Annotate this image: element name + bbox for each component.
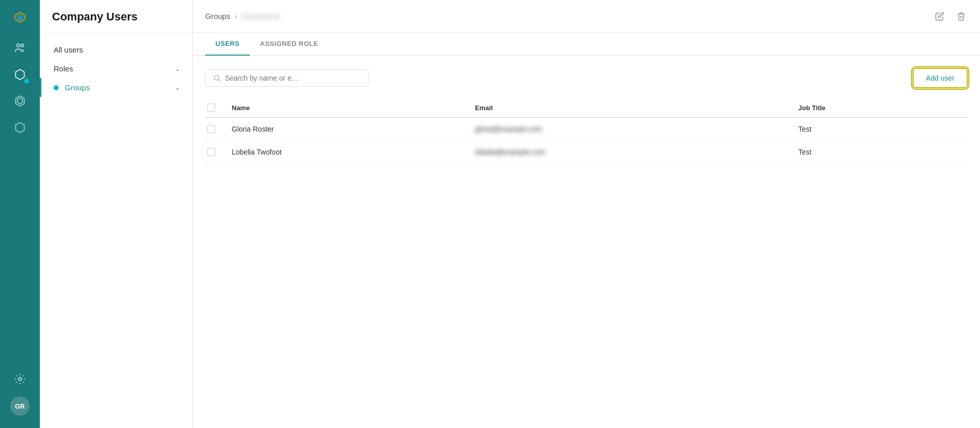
table-row: Gloria Roster gloria@example.com Test xyxy=(205,117,968,141)
sidebar-item-roles[interactable]: Roles ⌄ xyxy=(40,59,192,78)
email-column-header[interactable]: Email xyxy=(469,98,793,117)
name-column-header[interactable]: Name xyxy=(226,98,469,117)
user-email-cell: gloria@example.com xyxy=(469,117,793,141)
users-table: Name Email Job Title · Gloria Roster glo… xyxy=(205,98,968,164)
user-job-title-cell: Test xyxy=(792,117,968,141)
chevron-down-icon: ⌄ xyxy=(175,65,180,72)
svg-marker-8 xyxy=(16,122,24,133)
svg-point-4 xyxy=(21,44,24,47)
user-job-title-cell: Test xyxy=(792,141,968,164)
search-actions-row: Add user xyxy=(205,68,968,88)
user-avatar[interactable]: GR xyxy=(10,396,30,416)
svg-point-9 xyxy=(18,377,21,381)
icon-rail: GR xyxy=(0,0,40,428)
breadcrumb-separator: › xyxy=(234,12,237,21)
tab-users[interactable]: USERS xyxy=(205,33,250,56)
sort-icon: · xyxy=(829,105,831,111)
add-user-button[interactable]: Add user xyxy=(913,68,968,88)
search-icon xyxy=(213,74,221,82)
user-email-cell: lobelia@example.com xyxy=(469,141,793,164)
sidebar-item-label: Groups xyxy=(65,83,90,92)
content-body: Add user Name Email Job Title · xyxy=(193,56,980,428)
svg-point-10 xyxy=(214,75,219,80)
row-checkbox[interactable] xyxy=(207,148,215,156)
row-checkbox-cell[interactable] xyxy=(205,141,226,164)
svg-marker-7 xyxy=(17,98,22,104)
search-box[interactable] xyxy=(205,69,369,87)
sidebar-nav: All users Roles ⌄ Groups ⌄ xyxy=(40,34,192,103)
sidebar-item-all-users[interactable]: All users xyxy=(40,40,192,59)
groups-label-wrapper: Groups xyxy=(54,83,90,92)
select-all-header[interactable] xyxy=(205,98,226,117)
job-title-column-header[interactable]: Job Title · xyxy=(792,98,968,117)
user-name-cell: Gloria Roster xyxy=(226,117,469,141)
breadcrumb-parent[interactable]: Groups xyxy=(205,12,230,20)
active-indicator xyxy=(54,85,59,90)
row-checkbox[interactable] xyxy=(207,125,215,133)
sidebar: Company Users All users Roles ⌄ Groups ⌄ xyxy=(40,0,193,428)
user-name-cell: Lobelia Twofoot xyxy=(226,141,469,164)
header-actions xyxy=(933,10,968,23)
search-input[interactable] xyxy=(225,74,361,82)
edit-button[interactable] xyxy=(933,10,946,23)
table-header-row: Name Email Job Title · xyxy=(205,98,968,117)
delete-button[interactable] xyxy=(954,10,968,23)
tab-assigned-role[interactable]: ASSIGNED ROLE xyxy=(250,33,328,56)
main-content: Groups › GroupName USERS xyxy=(193,0,980,428)
sidebar-title: Company Users xyxy=(40,0,192,34)
tabs-bar: USERS ASSIGNED ROLE xyxy=(193,33,980,56)
users-nav-icon[interactable] xyxy=(9,37,31,59)
app-logo[interactable] xyxy=(9,6,31,29)
sidebar-item-label: Roles xyxy=(54,64,73,73)
svg-point-3 xyxy=(17,44,20,47)
svg-marker-5 xyxy=(16,69,24,80)
sidebar-item-label: All users xyxy=(54,45,83,54)
content-header: Groups › GroupName xyxy=(193,0,980,33)
breadcrumb: Groups › GroupName xyxy=(205,12,280,21)
settings-icon[interactable] xyxy=(9,368,31,390)
select-all-checkbox[interactable] xyxy=(207,104,215,112)
table-row: Lobelia Twofoot lobelia@example.com Test xyxy=(205,141,968,164)
breadcrumb-current: GroupName xyxy=(241,12,280,20)
chevron-down-icon: ⌄ xyxy=(175,84,180,91)
svg-line-11 xyxy=(218,80,220,82)
module-1-icon[interactable] xyxy=(9,63,31,86)
row-checkbox-cell[interactable] xyxy=(205,117,226,141)
sidebar-item-groups[interactable]: Groups ⌄ xyxy=(40,78,192,97)
module-2-icon[interactable] xyxy=(9,90,31,112)
module-3-icon[interactable] xyxy=(9,116,31,139)
